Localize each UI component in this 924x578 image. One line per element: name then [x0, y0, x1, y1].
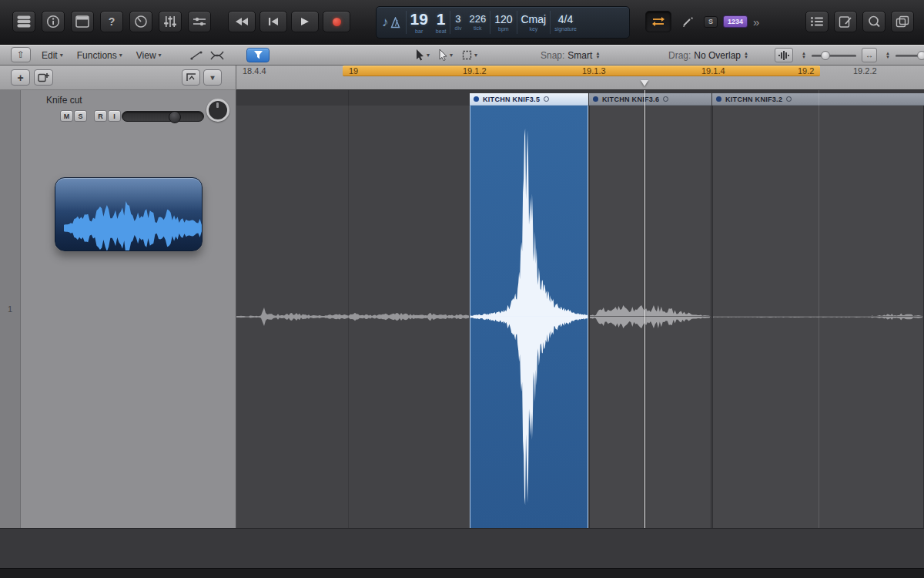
mute-button[interactable]: M — [60, 110, 73, 122]
left-click-tool-button[interactable]: ▾ — [416, 49, 430, 61]
audio-region-1[interactable]: KITCHN KNIF3.5 — [470, 93, 588, 528]
region-name: KITCHN KNIF3.5 — [483, 96, 540, 103]
ruler-label: 18.4.4 — [240, 66, 266, 76]
lcd-tick-label: tick — [474, 25, 482, 31]
h-zoom-button[interactable]: ↔ — [862, 48, 877, 62]
track-name[interactable]: Knife cut — [46, 95, 82, 106]
waveform-zoom-icon — [778, 51, 789, 60]
crossfade-icon[interactable] — [210, 50, 224, 61]
pencil-mode-button[interactable] — [677, 11, 698, 32]
menu-edit[interactable]: Edit▾ — [42, 50, 63, 61]
waveform-shape — [236, 307, 469, 326]
track-number: 1 — [0, 90, 21, 528]
browsers-icon — [896, 15, 909, 28]
back-button[interactable]: ⇧ — [11, 47, 31, 62]
horizontal-scrollbar[interactable] — [0, 568, 924, 578]
region-header[interactable]: KITCHN KNIF3.5 — [470, 93, 588, 106]
region-loop-icon[interactable] — [663, 96, 668, 102]
region-loop-icon[interactable] — [786, 96, 792, 102]
audio-region-2[interactable]: KITCHN KNIF3.6 — [589, 93, 711, 528]
lcd-key-field[interactable]: Cmaj key — [517, 7, 551, 38]
input-monitor-button[interactable]: I — [108, 110, 121, 122]
right-click-tool-button[interactable]: ▾ — [462, 50, 477, 60]
lcd-bar-field[interactable]: 19 bar — [407, 7, 432, 38]
lcd-tick-value: 226 — [469, 14, 486, 24]
browsers-button[interactable] — [891, 11, 914, 32]
region-loop-icon[interactable] — [544, 96, 549, 102]
region-body[interactable] — [470, 106, 588, 528]
inspector-icon — [46, 15, 60, 29]
lcd-mode-segment[interactable]: ♪ — [377, 7, 406, 38]
go-to-beginning-icon — [268, 17, 279, 26]
ruler-label: 19.1.3 — [580, 66, 606, 76]
lcd-tick-field[interactable]: 226 tick — [465, 7, 490, 38]
fade-tool-icon[interactable] — [189, 50, 203, 61]
duplicate-track-button[interactable] — [34, 69, 53, 86]
go-to-beginning-button[interactable] — [259, 11, 287, 32]
vertical-zoom-slider[interactable] — [896, 50, 924, 61]
track-icon[interactable] — [55, 177, 203, 251]
chevron-down-icon: ▾ — [474, 52, 477, 59]
lcd-key-value: Cmaj — [521, 14, 547, 25]
collapse-button[interactable]: ▾ — [203, 69, 222, 86]
list-editors-button[interactable] — [805, 11, 829, 32]
zoom-controls: ▲▼ ↔ ▲▼ — [775, 45, 924, 66]
zoom-stepper[interactable]: ▲▼ — [886, 52, 890, 59]
play-button[interactable] — [291, 11, 319, 32]
pan-knob[interactable] — [206, 99, 229, 122]
slider-knob[interactable] — [917, 51, 924, 60]
menu-view[interactable]: View▾ — [136, 50, 162, 61]
note-pads-icon — [839, 15, 852, 28]
volume-slider[interactable] — [122, 111, 204, 122]
flex-button[interactable] — [246, 48, 270, 62]
waveform-zoom-button[interactable] — [775, 48, 793, 62]
note-pads-button[interactable] — [834, 11, 857, 32]
lcd-div-field[interactable]: 3 div — [450, 7, 465, 38]
waveform-shape — [590, 305, 710, 328]
grid-line — [819, 90, 819, 528]
solo-mode-button[interactable]: S — [704, 16, 718, 28]
solo-button[interactable]: S — [74, 110, 87, 122]
toolbar-icon — [75, 15, 89, 28]
track-zoom-button[interactable] — [182, 69, 200, 86]
mixer-button[interactable] — [159, 11, 182, 32]
vertical-zoom-stepper[interactable]: ▲▼ — [802, 52, 806, 59]
add-track-button[interactable]: + — [11, 69, 30, 86]
track-header[interactable]: 1 Knife cut M S R I — [0, 90, 236, 528]
lcd-signature-label: signature — [554, 26, 577, 32]
playhead[interactable] — [644, 90, 645, 528]
library-button[interactable] — [12, 11, 35, 32]
volume-knob[interactable] — [169, 111, 181, 123]
slider-knob[interactable] — [821, 51, 830, 60]
snap-popup[interactable]: Snap: Smart ▲▼ — [541, 45, 600, 66]
lcd-display[interactable]: ♪ 19 bar 1 beat 3 div 226 tick — [376, 6, 630, 39]
editors-button[interactable] — [188, 11, 211, 32]
smart-controls-button[interactable] — [129, 11, 152, 32]
cycle-button[interactable] — [645, 11, 671, 32]
inspector-button[interactable] — [42, 11, 65, 32]
playhead-marker[interactable] — [641, 80, 648, 86]
record-enable-button[interactable]: R — [94, 110, 107, 122]
corner-wave-icon — [186, 73, 196, 82]
apple-loops-button[interactable] — [862, 11, 886, 32]
editor-menus: Edit▾ Functions▾ View▾ — [42, 45, 176, 66]
region-body[interactable] — [589, 106, 711, 528]
quick-help-button[interactable]: ? — [100, 11, 123, 32]
horizontal-zoom-slider[interactable] — [812, 50, 856, 61]
overflow-chevron[interactable]: » — [753, 15, 759, 29]
lcd-tempo-field[interactable]: 120 bpm — [490, 7, 516, 38]
tracks-area: 1 Knife cut M S R I — [0, 90, 924, 528]
command-click-tool-button[interactable]: ▾ — [439, 49, 453, 61]
record-button[interactable] — [323, 11, 350, 32]
lcd-signature-field[interactable]: 4/4 signature — [551, 7, 581, 38]
rewind-button[interactable] — [228, 11, 256, 32]
track-lane[interactable]: KITCHN KNIF3.5 KITCHN KNIF3.6 — [236, 90, 924, 528]
menu-functions[interactable]: Functions▾ — [77, 50, 122, 61]
lcd-beat-field[interactable]: 1 beat — [432, 7, 450, 38]
count-in-button[interactable]: 1234 — [723, 15, 748, 28]
drag-popup[interactable]: Drag: No Overlap ▲▼ — [668, 45, 748, 66]
toolbar-button[interactable] — [71, 11, 94, 32]
waveform-centerline — [470, 316, 588, 317]
region-header[interactable]: KITCHN KNIF3.6 — [589, 93, 711, 106]
timeline-ruler[interactable]: 18.4.41919.1.219.1.319.1.419.219.2.2 — [236, 66, 924, 90]
